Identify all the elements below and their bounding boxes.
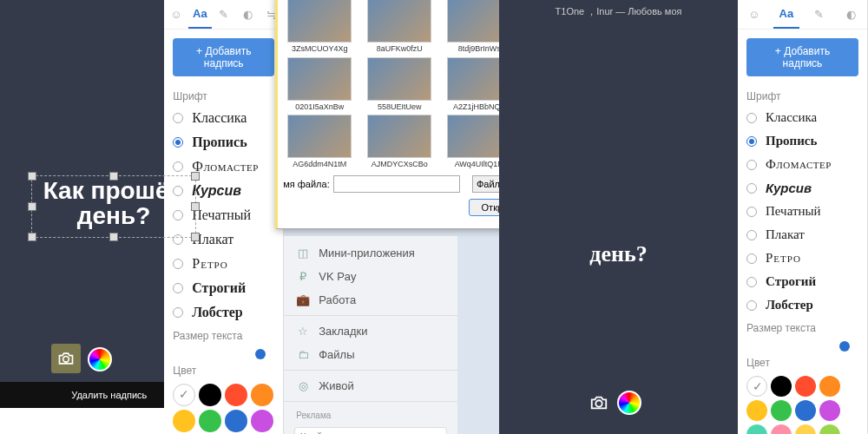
thumbnail-image [287,115,352,158]
color-swatch[interactable] [771,400,792,421]
resize-handle[interactable] [28,233,36,241]
tab-text[interactable]: Aa [188,0,212,29]
story-text[interactable]: Как прошёл день? [31,178,196,229]
tab-sticker[interactable]: ☺ [741,1,767,28]
menu-label: Работа [319,293,356,306]
resize-handle[interactable] [191,233,200,241]
ad-card[interactable]: Узнайте сумму кредита [294,427,447,434]
color-swatch[interactable] [771,376,792,397]
camera-icon[interactable] [51,344,81,373]
radio-icon [746,136,757,147]
file-thumbnail[interactable]: 558UEItUew [361,57,437,112]
tab-brush[interactable]: ✎ [212,1,235,28]
font-option[interactable]: Лобстер [746,293,858,317]
file-thumbnail[interactable]: 8aUFKw0fzU [361,0,437,54]
font-option[interactable]: Курсив [746,176,858,200]
thumbnail-name: 3ZsMCUOY4Xg [282,44,357,53]
sidebar-item[interactable]: ₽VK Pay [284,265,457,288]
color-swatch[interactable] [746,424,767,434]
font-name: Плакат [766,227,805,242]
filename-label: мя файла: [283,179,329,189]
font-option[interactable]: Печатный [746,200,858,223]
font-option[interactable]: Классика [746,106,858,129]
tab-text[interactable]: Aa [773,0,799,29]
ad-label: Реклама [284,405,457,425]
color-swatch[interactable] [795,424,816,434]
font-option[interactable]: Классика [173,106,274,130]
color-swatch[interactable] [225,410,247,432]
svg-point-1 [595,400,602,406]
tab-sticker[interactable]: ☺ [164,1,187,28]
radio-icon [173,113,183,123]
radio-icon [746,183,757,194]
add-text-button[interactable]: + Добавить надпись [173,38,274,76]
color-swatch[interactable] [173,384,195,406]
color-swatch[interactable] [771,424,792,434]
sidebar-item[interactable]: ◫Мини-приложения [284,241,457,265]
color-swatch[interactable] [199,384,221,406]
file-thumbnail[interactable]: AJMDYCXsCBo [361,115,437,169]
color-wheel-icon[interactable] [88,347,112,372]
font-option[interactable]: Пропись [173,130,274,155]
font-list: КлассикаПрописьФломастерКурсивПечатныйПл… [738,106,867,317]
color-swatch[interactable] [746,376,767,397]
font-name: Ретро [192,256,228,272]
vk-sidebar: ◫Мини-приложения₽VK Pay💼Работа ☆Закладки… [284,236,457,434]
tab-mask[interactable]: ◐ [235,1,259,28]
file-thumbnail[interactable]: 3ZsMCUOY4Xg [281,0,358,54]
size-section-label: Размер текста [746,322,858,334]
file-thumbnail[interactable]: AG6ddm4N1tM [281,115,358,169]
menu-icon: ☆ [296,325,310,338]
thumbnail-name: 0201I5aXnBw [282,102,357,111]
font-name: Строгий [192,280,246,296]
color-swatch[interactable] [251,410,273,432]
color-swatch[interactable] [225,384,247,406]
sidebar-item[interactable]: ☆Закладки [284,319,457,343]
add-text-button[interactable]: + Добавить надпись [746,38,858,76]
menu-label: VK Pay [319,270,356,283]
sidebar-item[interactable]: 💼Работа [284,288,457,312]
font-option[interactable]: Ретро [173,252,274,276]
color-wheel-icon[interactable] [617,391,641,415]
color-swatch[interactable] [795,376,816,397]
filename-input[interactable] [333,175,460,193]
font-name: Лобстер [192,305,242,320]
font-name: Лобстер [766,298,813,312]
sidebar-item[interactable]: 🗀Файлы [284,343,457,366]
font-option[interactable]: Плакат [746,223,858,247]
menu-icon: ◎ [296,379,310,392]
color-swatch[interactable] [746,400,767,421]
font-option[interactable]: Пропись [746,129,858,153]
story-text: день? [499,241,738,267]
font-option[interactable]: Лобстер [173,300,274,325]
resize-handle[interactable] [109,233,118,241]
color-swatch[interactable] [819,400,840,421]
tab-brush[interactable]: ✎ [806,1,832,28]
menu-label: Файлы [319,348,354,361]
font-name: Классика [766,110,817,125]
camera-icon[interactable] [589,394,608,411]
thumbnail-image [287,0,352,43]
color-swatch[interactable] [251,384,273,406]
menu-icon: 🗀 [296,348,310,361]
font-option[interactable]: Ретро [746,247,858,270]
sidebar-item[interactable]: ◎Живой [284,374,457,398]
font-name: Печатный [192,207,251,223]
color-swatch[interactable] [173,410,195,432]
font-option[interactable]: Строгий [746,270,858,293]
file-thumbnail[interactable]: 0201I5aXnBw [281,57,358,112]
font-option[interactable]: Строгий [173,276,274,300]
color-swatch[interactable] [819,376,840,397]
thumbnail-image [367,57,431,101]
font-option[interactable]: Фломастер [746,153,858,176]
tab-mask[interactable]: ◐ [838,1,864,28]
delete-text-button[interactable]: Удалить надпись [0,382,164,408]
color-swatch[interactable] [795,400,816,421]
svg-point-0 [62,357,69,363]
color-swatch[interactable] [199,410,221,432]
color-swatch[interactable] [819,424,840,434]
font-name: Фломастер [192,159,259,174]
font-name: Пропись [766,134,817,148]
radio-icon [173,161,183,172]
font-name: Классика [192,110,247,126]
